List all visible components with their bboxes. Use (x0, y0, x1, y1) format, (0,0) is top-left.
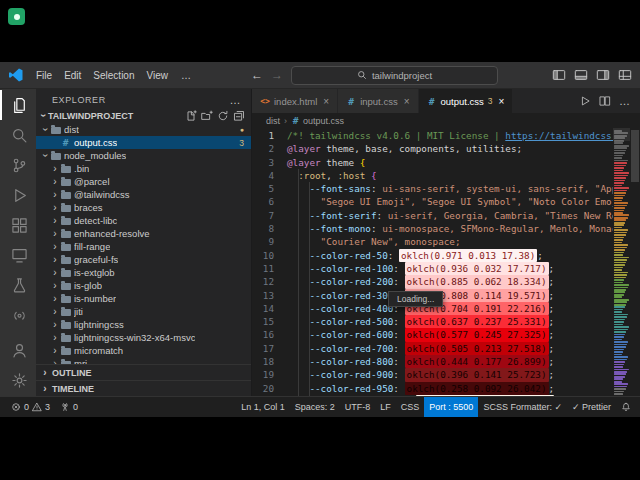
activity-testing[interactable] (0, 270, 36, 300)
scrollbar-thumb[interactable] (631, 130, 639, 182)
editor-more-actions[interactable]: … (619, 95, 631, 107)
code-line-9[interactable]: 9 "Courier New", monospace; (252, 235, 613, 248)
tree-item-is-number[interactable]: ›is-number (36, 292, 251, 305)
menu-view[interactable]: View (141, 68, 175, 83)
layout-panel-icon[interactable] (574, 68, 588, 82)
scss-formatter[interactable]: SCSS Formatter: ✓ (478, 397, 567, 417)
tree-item-@parcel[interactable]: ›@parcel (36, 175, 251, 188)
code-line-8[interactable]: 8 --font-mono: ui-monospace, SFMono-Regu… (252, 222, 613, 235)
menubar-overflow[interactable]: … (175, 68, 197, 83)
problems-indicator[interactable]: 03 (6, 397, 55, 417)
tree-item-output.css[interactable]: #output.css3 (36, 136, 251, 149)
indentation-indicator[interactable]: Spaces: 2 (290, 397, 340, 417)
tree-item-@tailwindcss[interactable]: ›@tailwindcss (36, 188, 251, 201)
split-editor-icon[interactable] (599, 95, 611, 107)
tree-item-lightningcss-win32-x64-msvc[interactable]: ›lightningcss-win32-x64-msvc (36, 331, 251, 344)
code-line-3[interactable]: 3@layer theme { (252, 156, 613, 169)
live-server-port[interactable]: Port : 5500 (424, 397, 478, 417)
activity-explorer[interactable] (0, 90, 36, 120)
code-line-17[interactable]: 17 --color-red-700: oklch(0.505 0.213 27… (252, 342, 613, 355)
history-forward-icon[interactable]: → (271, 68, 283, 82)
code-line-12[interactable]: 12 --color-red-200: oklch(0.885 0.062 18… (252, 275, 613, 288)
tree-item-is-extglob[interactable]: ›is-extglob (36, 266, 251, 279)
tree-item-lightningcss[interactable]: ›lightningcss (36, 318, 251, 331)
command-center[interactable]: tailwindproject (291, 66, 498, 85)
outline-section-header[interactable]: › OUTLINE (36, 364, 251, 380)
close-tab-icon[interactable]: × (404, 96, 410, 107)
activity-remote-explorer[interactable] (0, 240, 36, 270)
menu-edit[interactable]: Edit (58, 68, 87, 83)
minimap[interactable] (613, 128, 630, 396)
customize-layout-icon[interactable] (618, 68, 632, 82)
collapse-all-icon[interactable] (233, 110, 245, 122)
run-icon[interactable] (579, 95, 591, 107)
code-line-20[interactable]: 20 --color-red-950: oklch(0.258 0.092 26… (252, 382, 613, 395)
breadcrumb-item-output.css[interactable]: #output.css (291, 116, 344, 126)
menu-file[interactable]: File (30, 68, 58, 83)
tree-item-braces[interactable]: ›braces (36, 201, 251, 214)
activity-extensions[interactable] (0, 210, 36, 240)
tree-item-node_modules[interactable]: ›node_modules (36, 149, 251, 162)
project-section-header[interactable]: › TAILWINDPROJECT (36, 108, 251, 123)
tree-item-detect-libc[interactable]: ›detect-libc (36, 214, 251, 227)
code-line-11[interactable]: 11 --color-red-100: oklch(0.936 0.032 17… (252, 262, 613, 275)
tree-item-is-glob[interactable]: ›is-glob (36, 279, 251, 292)
code-line-1[interactable]: 1/*! tailwindcss v4.0.6 | MIT License | … (252, 129, 613, 142)
ports-indicator[interactable]: 0 (55, 397, 83, 417)
cursor-position[interactable]: Ln 1, Col 1 (236, 397, 290, 417)
code-line-19[interactable]: 19 --color-red-900: oklch(0.396 0.141 25… (252, 368, 613, 381)
menu-selection[interactable]: Selection (87, 68, 140, 83)
activity-run-and-debug[interactable] (0, 180, 36, 210)
activity-settings[interactable] (0, 365, 36, 395)
activity-search[interactable] (0, 120, 36, 150)
encoding-indicator[interactable]: UTF-8 (340, 397, 376, 417)
layout-sidebar-icon[interactable] (552, 68, 566, 82)
close-tab-icon[interactable]: × (499, 96, 505, 107)
refresh-icon[interactable] (217, 110, 229, 122)
close-tab-icon[interactable]: × (323, 96, 329, 107)
eol-indicator[interactable]: LF (375, 397, 396, 417)
tree-item-dist[interactable]: ›dist● (36, 123, 251, 136)
code-line-4[interactable]: 4 :root, :host { (252, 169, 613, 182)
tab-input.css[interactable]: #input.css× (338, 89, 418, 113)
notifications-bell[interactable] (616, 397, 636, 417)
css-file-icon: # (346, 96, 356, 106)
file-tree: ›dist●#output.css3›node_modules›.bin›@pa… (36, 123, 251, 364)
tab-index.html[interactable]: <>index.html× (252, 89, 338, 113)
layout-sidebar-right-icon[interactable] (596, 68, 610, 82)
explorer-more-actions[interactable]: … (229, 96, 241, 104)
code-line-2[interactable]: 2@layer theme, base, components, utiliti… (252, 142, 613, 155)
run-and-debug-icon (11, 187, 28, 204)
activity-source-control[interactable] (0, 150, 36, 180)
code-line-16[interactable]: 16 --color-red-600: oklch(0.577 0.245 27… (252, 328, 613, 341)
editor-scrollbar[interactable] (630, 128, 640, 396)
tree-item-graceful-fs[interactable]: ›graceful-fs (36, 253, 251, 266)
hover-tooltip: Loading... (388, 291, 443, 307)
code-line-7[interactable]: 7 --font-serif: ui-serif, Georgia, Cambr… (252, 209, 613, 222)
code-line-5[interactable]: 5 --font-sans: ui-sans-serif, system-ui,… (252, 182, 613, 195)
language-indicator[interactable]: CSS (396, 397, 425, 417)
code-line-21[interactable]: 21 --color-orange-50: oklch(0.98 0.016 7… (252, 395, 613, 396)
new-folder-icon[interactable] (201, 110, 213, 122)
code-line-15[interactable]: 15 --color-red-500: oklch(0.637 0.237 25… (252, 315, 613, 328)
tree-item-.bin[interactable]: ›.bin (36, 162, 251, 175)
code-editor[interactable]: 1/*! tailwindcss v4.0.6 | MIT License | … (252, 128, 640, 396)
tab-output.css[interactable]: #output.css3× (419, 89, 514, 113)
timeline-section-header[interactable]: › TIMELINE (36, 380, 251, 396)
activity-live-server[interactable] (0, 300, 36, 330)
tree-item-enhanced-resolve[interactable]: ›enhanced-resolve (36, 227, 251, 240)
code-line-10[interactable]: 10 --color-red-50: oklch(0.971 0.013 17.… (252, 249, 613, 262)
activity-account[interactable] (0, 335, 36, 365)
minimap-slider[interactable] (613, 128, 630, 141)
code-line-18[interactable]: 18 --color-red-800: oklch(0.444 0.177 26… (252, 355, 613, 368)
prettier[interactable]: ✓ Prettier (567, 397, 616, 417)
code-line-6[interactable]: 6 "Segoe UI Emoji", "Segoe UI Symbol", "… (252, 195, 613, 208)
new-file-icon[interactable] (185, 110, 197, 122)
tree-item-fill-range[interactable]: ›fill-range (36, 240, 251, 253)
tree-item-jiti[interactable]: ›jiti (36, 305, 251, 318)
color-swatch: oklch(0.258 0.092 26.042) (405, 382, 549, 395)
tree-item-micromatch[interactable]: ›micromatch (36, 344, 251, 357)
breadcrumb-item-dist[interactable]: dist (266, 116, 280, 126)
tree-item-mri[interactable]: ›mri (36, 357, 251, 364)
history-back-icon[interactable]: ← (251, 68, 263, 82)
